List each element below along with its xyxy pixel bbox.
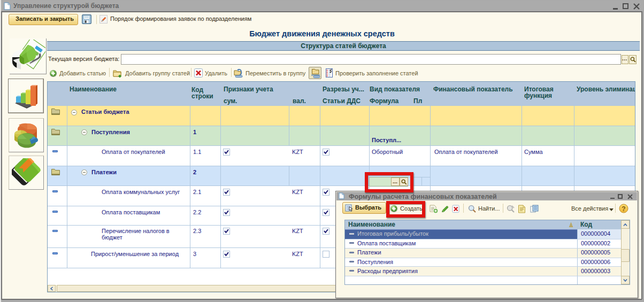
svg-text:?: ?	[622, 205, 625, 213]
